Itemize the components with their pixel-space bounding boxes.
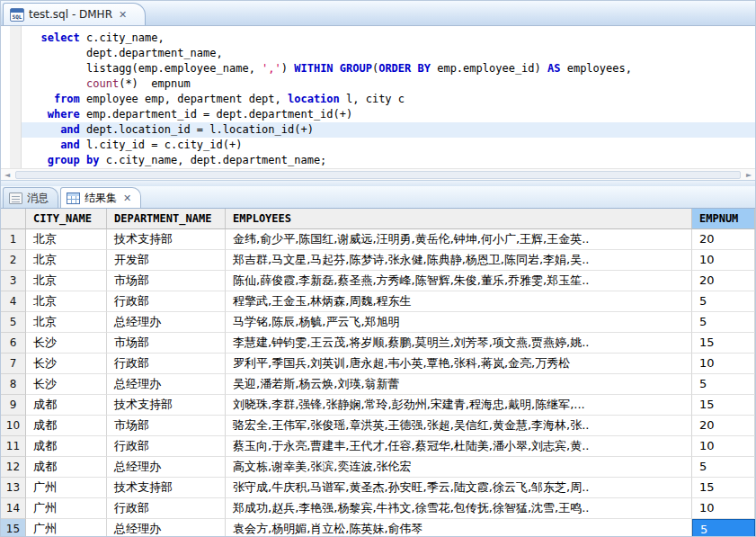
cell-employees[interactable]: 吴迎,潘若斯,杨云焕,刘瑛,翁新蕾 bbox=[226, 374, 692, 395]
table-row: 8长沙总经理办吴迎,潘若斯,杨云焕,刘瑛,翁新蕾5 bbox=[1, 374, 755, 395]
code-line-3: listagg(emp.employee_name, ',') WITHIN G… bbox=[22, 61, 755, 76]
cell-city-name[interactable]: 长沙 bbox=[26, 333, 107, 354]
table-row: 6长沙市场部李慧建,钟钧雯,王云茂,将岁顺,蔡鹏,莫明兰,刘芳琴,项文燕,贾燕婷… bbox=[1, 333, 755, 354]
col-header-employees[interactable]: EMPLOYEES bbox=[226, 209, 692, 229]
cell-employees[interactable]: 马学铭,陈辰,杨毓,严云飞,郑旭明 bbox=[226, 312, 692, 333]
row-number[interactable]: 9 bbox=[1, 395, 26, 416]
cell-city-name[interactable]: 成都 bbox=[26, 395, 107, 416]
cell-empnum[interactable]: 5 bbox=[692, 519, 755, 536]
cell-employees[interactable]: 郑成功,赵兵,李艳强,杨黎宾,牛祎文,徐雪花,包传抚,徐智猛,沈雪,王鸣.. bbox=[226, 498, 692, 519]
cell-employees[interactable]: 骆宏全,王伟军,张俊瑶,章洪英,王德强,张超,吴信红,黄金慧,李海林,张.. bbox=[226, 416, 692, 436]
cell-employees[interactable]: 刘晓珠,李群,强锋,张静娴,常玲,彭劲州,宋建青,程海忠,戴明,陈继军,... bbox=[226, 395, 692, 416]
cell-department-name[interactable]: 行政部 bbox=[107, 291, 226, 312]
cell-empnum[interactable]: 10 bbox=[692, 250, 755, 271]
cell-empnum[interactable]: 15 bbox=[692, 478, 755, 498]
result-header-row: CITY_NAME DEPARTMENT_NAME EMPLOYEES EMPN… bbox=[1, 209, 755, 229]
row-number[interactable]: 14 bbox=[1, 498, 26, 519]
row-number[interactable]: 10 bbox=[1, 416, 26, 436]
row-number[interactable]: 1 bbox=[1, 229, 26, 250]
cell-city-name[interactable]: 广州 bbox=[26, 478, 107, 498]
cell-city-name[interactable]: 长沙 bbox=[26, 354, 107, 374]
cell-city-name[interactable]: 北京 bbox=[26, 229, 107, 250]
cell-empnum[interactable]: 20 bbox=[692, 271, 755, 291]
cell-city-name[interactable]: 广州 bbox=[26, 519, 107, 536]
cell-department-name[interactable]: 技术支持部 bbox=[107, 478, 226, 498]
cell-employees[interactable]: 袁会方,杨明媚,肖立松,陈英妹,俞伟琴 bbox=[226, 519, 692, 536]
row-number[interactable]: 11 bbox=[1, 436, 26, 457]
cell-city-name[interactable]: 北京 bbox=[26, 271, 107, 291]
cell-employees[interactable]: 陈仙,薛俊霞,李新磊,蔡圣燕,方秀峰,陈智辉,朱俊,董乐,乔雅雯,郑玉笙.. bbox=[226, 271, 692, 291]
cell-department-name[interactable]: 总经理办 bbox=[107, 374, 226, 395]
resultset-tab-close-icon[interactable]: ✕ bbox=[123, 193, 131, 203]
cell-empnum[interactable]: 5 bbox=[692, 291, 755, 312]
panel-sash[interactable] bbox=[1, 180, 755, 186]
cell-employees[interactable]: 蔡玉向,于永亮,曹建丰,王代才,任容,蔡冠华,杜陆美,潘小翠,刘志宾,黄.. bbox=[226, 436, 692, 457]
scroll-right-icon[interactable]: ► bbox=[743, 171, 755, 179]
sql-code-area[interactable]: select c.city_name, dept.department_name… bbox=[22, 26, 755, 168]
cell-city-name[interactable]: 北京 bbox=[26, 250, 107, 271]
cell-department-name[interactable]: 总经理办 bbox=[107, 312, 226, 333]
scroll-left-icon[interactable]: ◄ bbox=[1, 171, 13, 179]
cell-department-name[interactable]: 行政部 bbox=[107, 436, 226, 457]
cell-employees[interactable]: 张守成,牛庆积,马谱军,黄圣杰,孙安旺,季云,陆文霞,徐云飞,邹东芝,周.. bbox=[226, 478, 692, 498]
editor-annotation-ruler bbox=[10, 26, 22, 168]
cell-city-name[interactable]: 北京 bbox=[26, 312, 107, 333]
tab-messages[interactable]: 消息 bbox=[3, 187, 58, 208]
cell-department-name[interactable]: 技术支持部 bbox=[107, 395, 226, 416]
cell-city-name[interactable]: 成都 bbox=[26, 436, 107, 457]
row-number[interactable]: 15 bbox=[1, 519, 26, 536]
cell-city-name[interactable]: 成都 bbox=[26, 416, 107, 436]
table-row: 2北京开发部郑吉群,马文星,马起芬,陈梦诗,张永健,陈典静,杨恩卫,陈同岩,李娟… bbox=[1, 250, 755, 271]
cell-city-name[interactable]: 成都 bbox=[26, 457, 107, 478]
rownum-header[interactable] bbox=[1, 209, 26, 229]
cell-city-name[interactable]: 北京 bbox=[26, 291, 107, 312]
editor-tab-close-icon[interactable]: ✕ bbox=[119, 10, 127, 20]
row-number[interactable]: 6 bbox=[1, 333, 26, 354]
cell-department-name[interactable]: 市场部 bbox=[107, 333, 226, 354]
cell-employees[interactable]: 金纬,俞少平,陈国红,谢威远,汪明勇,黄岳伦,钟坤,何小广,王辉,王金英.. bbox=[226, 229, 692, 250]
cell-department-name[interactable]: 市场部 bbox=[107, 416, 226, 436]
row-number[interactable]: 8 bbox=[1, 374, 26, 395]
cell-empnum[interactable]: 15 bbox=[692, 333, 755, 354]
cell-employees[interactable]: 程擎武,王金玉,林炳森,周魏,程东生 bbox=[226, 291, 692, 312]
code-line-7: and dept.location_id = l.location_id(+) bbox=[22, 122, 755, 138]
cell-employees[interactable]: 郑吉群,马文星,马起芬,陈梦诗,张永健,陈典静,杨恩卫,陈同岩,李娟,吴.. bbox=[226, 250, 692, 271]
cell-empnum[interactable]: 10 bbox=[692, 354, 755, 374]
cell-employees[interactable]: 李慧建,钟钧雯,王云茂,将岁顺,蔡鹏,莫明兰,刘芳琴,项文燕,贾燕婷,姚.. bbox=[226, 333, 692, 354]
row-number[interactable]: 12 bbox=[1, 457, 26, 478]
col-header-empnum[interactable]: EMPNUM bbox=[692, 209, 755, 229]
editor-tab-test-sql[interactable]: SQL test.sql - DMHR ✕ bbox=[3, 3, 146, 25]
cell-empnum[interactable]: 5 bbox=[692, 374, 755, 395]
cell-department-name[interactable]: 市场部 bbox=[107, 271, 226, 291]
bottom-tab-bar: 消息 结果集 ✕ bbox=[1, 186, 755, 209]
row-number[interactable]: 5 bbox=[1, 312, 26, 333]
cell-department-name[interactable]: 行政部 bbox=[107, 354, 226, 374]
cell-empnum[interactable]: 5 bbox=[692, 312, 755, 333]
cell-empnum[interactable]: 5 bbox=[692, 457, 755, 478]
editor-hscrollbar[interactable]: ◄ ► bbox=[1, 168, 755, 180]
row-number[interactable]: 3 bbox=[1, 271, 26, 291]
cell-department-name[interactable]: 总经理办 bbox=[107, 519, 226, 536]
cell-department-name[interactable]: 行政部 bbox=[107, 498, 226, 519]
cell-empnum[interactable]: 10 bbox=[692, 436, 755, 457]
row-number[interactable]: 4 bbox=[1, 291, 26, 312]
row-number[interactable]: 2 bbox=[1, 250, 26, 271]
cell-department-name[interactable]: 技术支持部 bbox=[107, 229, 226, 250]
cell-department-name[interactable]: 开发部 bbox=[107, 250, 226, 271]
cell-empnum[interactable]: 20 bbox=[692, 229, 755, 250]
cell-empnum[interactable]: 20 bbox=[692, 416, 755, 436]
cell-city-name[interactable]: 广州 bbox=[26, 498, 107, 519]
cell-city-name[interactable]: 长沙 bbox=[26, 374, 107, 395]
col-header-department-name[interactable]: DEPARTMENT_NAME bbox=[107, 209, 226, 229]
result-grid-icon bbox=[67, 192, 80, 204]
row-number[interactable]: 13 bbox=[1, 478, 26, 498]
scrollbar-thumb[interactable] bbox=[15, 171, 741, 179]
tab-resultset[interactable]: 结果集 ✕ bbox=[60, 187, 141, 208]
cell-employees[interactable]: 高文栋,谢幸美,张滨,奕连波,张伦宏 bbox=[226, 457, 692, 478]
cell-empnum[interactable]: 10 bbox=[692, 498, 755, 519]
col-header-city-name[interactable]: CITY_NAME bbox=[26, 209, 107, 229]
cell-employees[interactable]: 罗利平,季国兵,刘英训,唐永超,韦小英,覃艳,张科,蒋岚,金亮,万秀松 bbox=[226, 354, 692, 374]
cell-empnum[interactable]: 15 bbox=[692, 395, 755, 416]
cell-department-name[interactable]: 总经理办 bbox=[107, 457, 226, 478]
row-number[interactable]: 7 bbox=[1, 354, 26, 374]
